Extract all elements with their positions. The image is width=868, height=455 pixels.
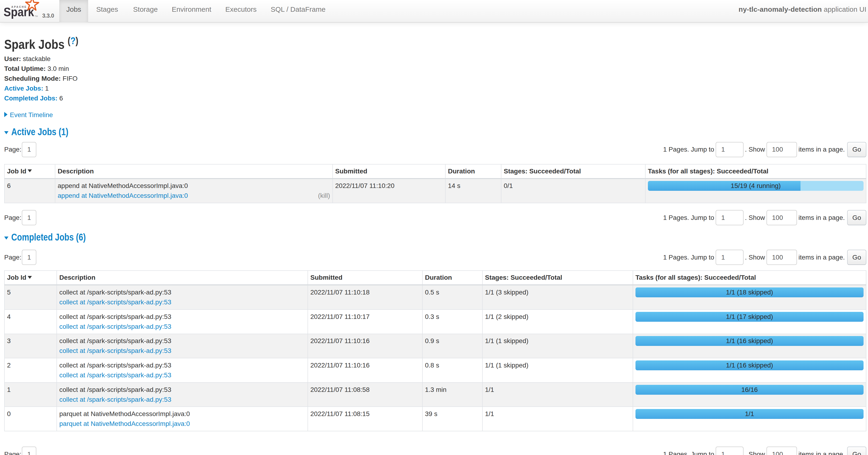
svg-text:APACHE: APACHE xyxy=(11,6,27,8)
svg-text:TM: TM xyxy=(35,15,38,17)
